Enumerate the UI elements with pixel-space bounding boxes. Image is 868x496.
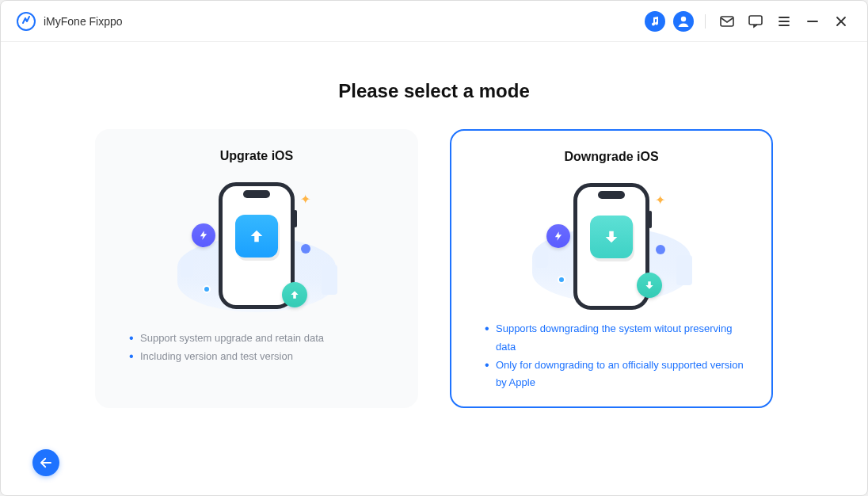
mode-cards: Upgrate iOS ✦ [95, 129, 773, 408]
badge-arrow-up-icon [282, 282, 307, 307]
mail-icon[interactable] [717, 11, 737, 32]
arrow-up-icon [235, 215, 278, 258]
back-button[interactable] [32, 449, 59, 476]
upgrade-features: Support system upgrade and retain data I… [120, 330, 394, 366]
bolt-icon [192, 223, 215, 247]
mini-dot-icon [203, 285, 211, 293]
minimize-button[interactable] [802, 11, 823, 32]
feature-item: Support system upgrade and retain data [129, 330, 394, 348]
titlebar-actions [645, 11, 851, 32]
main-content: Please select a mode Upgrate iOS ✦ [1, 42, 867, 495]
music-icon[interactable] [645, 11, 665, 32]
account-icon[interactable] [673, 11, 694, 32]
feedback-icon[interactable] [745, 11, 766, 32]
bolt-icon [546, 224, 570, 248]
card-downgrade-ios[interactable]: Downgrade iOS ✦ [450, 129, 773, 408]
dot-icon [301, 244, 310, 254]
menu-icon[interactable] [774, 11, 794, 32]
app-window: iMyFone Fixppo [0, 0, 868, 496]
titlebar-divider [705, 14, 706, 29]
sparkle-icon: ✦ [655, 193, 665, 208]
app-title: iMyFone Fixppo [44, 15, 123, 28]
card-title-downgrade: Downgrade iOS [564, 150, 658, 164]
feature-item: Supports downgrading the system witout p… [485, 320, 748, 357]
mini-dot-icon [558, 276, 565, 284]
upgrade-illustration: ✦ [169, 176, 344, 319]
badge-arrow-down-icon [637, 273, 662, 298]
page-title: Please select a mode [338, 80, 529, 102]
feature-item: Only for downgrading to an officially su… [485, 357, 748, 393]
app-logo-icon [17, 12, 36, 31]
svg-rect-5 [749, 16, 762, 25]
sparkle-icon: ✦ [300, 192, 310, 207]
svg-rect-4 [721, 17, 733, 26]
card-upgrade-ios[interactable]: Upgrate iOS ✦ [95, 129, 418, 408]
card-title-upgrade: Upgrate iOS [220, 149, 293, 163]
feature-item: Including version and test version [129, 348, 394, 366]
titlebar: iMyFone Fixppo [1, 1, 867, 42]
close-button[interactable] [831, 11, 851, 32]
downgrade-features: Supports downgrading the system witout p… [475, 320, 748, 392]
arrow-down-icon [590, 216, 633, 258]
downgrade-illustration: ✦ [524, 177, 699, 309]
dot-icon [656, 245, 665, 254]
svg-point-3 [681, 16, 686, 21]
